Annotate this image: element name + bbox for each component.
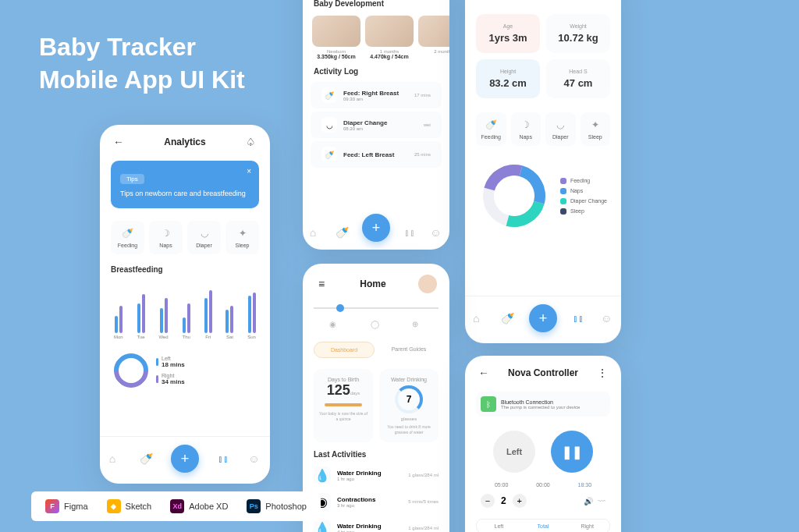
section-title: Breastfeeding [100,262,270,277]
nav-chart-icon[interactable]: ⫾⫾ [573,312,585,325]
fab-add[interactable]: + [171,445,199,473]
diaper-icon: ◡ [554,119,566,131]
figma-icon: F [45,499,59,513]
cat-diaper[interactable]: ◡Diaper [187,221,221,254]
card-height: Height83.2 cm [476,59,540,98]
tool-xd: XdAdobe XD [170,499,228,513]
stage-icon: ◯ [371,320,382,331]
nav-chart-icon[interactable]: ⫾⫾ [404,226,417,239]
phone-home: ≡ Home ◉◯⊕ Dashboard Parent Guides Days … [303,264,449,532]
close-icon[interactable]: × [247,167,251,176]
bottom-nav: ⌂ 🍼 ⫾⫾ ☺ [303,218,449,250]
nav-profile-icon[interactable]: ☺ [248,452,261,465]
cat-sleep[interactable]: ✦Sleep [225,221,259,254]
mini-donut-chart [107,346,155,394]
last-activity[interactable]: 💧Water Drinking4 hr ago1 glass/284 ml [303,515,449,532]
cat-feeding[interactable]: 🍼Feeding [111,221,144,254]
sleep-icon: ✦ [236,227,249,239]
tab-guides[interactable]: Parent Guides [379,342,439,358]
back-icon[interactable]: ← [112,136,125,148]
diaper-icon: ◡ [321,117,337,133]
phone-stats: Weight8.5 kgs Height65 cm Baby Developme… [303,0,449,250]
activity-item[interactable]: 🍼Feed: Right Breast09:30 am17 mins [311,82,442,108]
dev-card[interactable]: Newborn3.350kg / 50cm [312,16,360,59]
nav-bottle-icon[interactable]: 🍼 [501,312,513,325]
phone-controller: ← Nova Controller ⋮ ᛒ Bluetooth Connecti… [465,356,621,532]
cat-sleep[interactable]: ✦Sleep [581,112,611,146]
xd-icon: Xd [170,499,184,513]
more-icon[interactable]: ⋮ [596,367,609,379]
nav-home-icon[interactable]: ⌂ [310,226,322,239]
feed-icon: 🍼 [321,147,337,162]
seg-total[interactable]: Total [521,520,566,532]
nav-bottle-icon[interactable]: 🍼 [336,226,348,239]
last-activity[interactable]: ◉Contractions3 hr ago5 mins/5 times [303,488,449,515]
diaper-icon: ◡ [198,227,211,239]
cat-naps[interactable]: ☽Naps [511,112,542,146]
header-title: Home [360,278,385,289]
baby-photo [365,16,414,47]
donut-row: Left18 mins Right34 mins [100,347,270,394]
feed-icon: 🍼 [321,87,337,103]
card-birth: Days to Birth 125days Your baby is now t… [314,369,373,442]
nav-bottle-icon[interactable]: 🍼 [140,452,152,465]
baby-photo [418,16,449,47]
cat-naps[interactable]: ☽Naps [149,221,183,254]
baby-photo [312,16,360,47]
tab-dashboard[interactable]: Dashboard [314,342,375,358]
nav-home-icon[interactable]: ⌂ [473,312,485,325]
nav-profile-icon[interactable]: ☺ [430,226,442,239]
plus-button[interactable]: + [513,494,527,508]
card-age: Age1yrs 3m [476,14,540,53]
tips-badge: Tips [120,174,144,184]
hero-title: Baby Tracker Mobile App UI Kit [39,31,245,96]
minus-button[interactable]: − [481,494,495,508]
progress-slider[interactable] [314,307,439,309]
seg-right[interactable]: Right [565,520,609,532]
cat-feeding[interactable]: 🍼Feeding [476,112,506,146]
header-title: Nova Controller [508,367,578,378]
seg-left[interactable]: Left [477,520,521,532]
bottle-icon: 🍼 [485,119,497,131]
avatar[interactable] [418,275,437,293]
photoshop-icon: Ps [247,499,261,513]
dev-card[interactable]: 2 month [418,16,449,59]
water-icon: 💧 [314,520,331,532]
dev-row[interactable]: Newborn3.350kg / 50cm 1 months4.470kg / … [303,11,449,64]
sleep-icon: ✦ [589,119,602,131]
left-button[interactable]: Left [493,431,535,473]
moon-icon: ☽ [160,227,172,239]
vibrate-icon[interactable]: 〰 [598,497,605,505]
fab-add[interactable]: + [529,304,557,332]
bluetooth-icon: ᛒ [481,396,496,412]
tools-bar: FFigma ◆Sketch XdAdobe XD PsPhotoshop [31,491,321,521]
activity-item[interactable]: ◡Diaper Change08:20 amwet [311,112,442,138]
bluetooth-banner: ᛒ Bluetooth ConnectionThe pump is connec… [476,392,610,417]
bell-icon[interactable]: ♤ [245,136,257,148]
menu-icon[interactable]: ≡ [315,278,328,290]
qty-value: 2 [501,495,506,506]
act-title: Activity Log [303,64,449,79]
back-icon[interactable]: ← [478,367,490,379]
tool-sketch: ◆Sketch [107,499,152,513]
phone-analytics: ← Analytics ♤ Tips × Tips on newborn car… [100,125,270,484]
sound-icon[interactable]: 🔊 [584,497,593,505]
cat-diaper[interactable]: ◡Diaper [545,112,576,146]
dev-title: Baby Development [303,0,449,11]
water-icon: 💧 [314,466,331,484]
bar-chart: Mon Tue Wed Thu Fri Sat Sun [100,277,270,347]
nav-profile-icon[interactable]: ☺ [601,312,613,325]
bottom-nav: ⌂ 🍼 + ⫾⫾ ☺ [100,436,270,484]
dev-card[interactable]: 1 months4.470kg / 54cm [365,16,414,59]
last-title: Last Activities [303,447,449,462]
big-donut-chart [483,165,545,227]
stage-icon: ◉ [329,320,340,331]
last-activity[interactable]: 💧Water Drinking1 hr ago1 glass/284 ml [303,462,449,488]
activity-item[interactable]: 🍼Feed: Left Breast25 mins [311,141,442,168]
bottom-nav: ⌂ 🍼 + ⫾⫾ ☺ [465,296,621,343]
nav-chart-icon[interactable]: ⫾⫾ [218,452,230,465]
pause-button[interactable]: ❚❚ [551,431,593,473]
card-head: Head S47 cm [546,59,610,98]
nav-home-icon[interactable]: ⌂ [109,452,122,465]
tips-card[interactable]: Tips × Tips on newborn care and breastfe… [111,161,259,208]
